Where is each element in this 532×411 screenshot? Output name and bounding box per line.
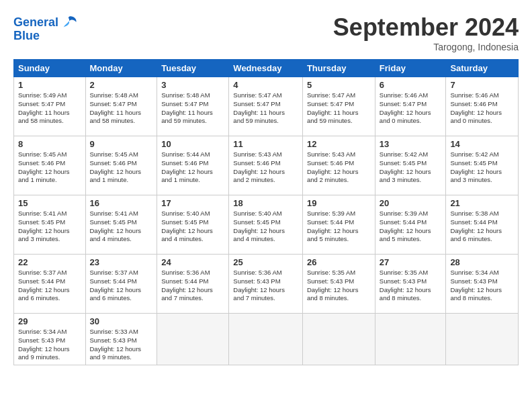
logo-text2: Blue <box>13 30 40 43</box>
calendar-cell: 21Sunrise: 5:38 AM Sunset: 5:44 PM Dayli… <box>446 195 519 255</box>
calendar-cell: 14Sunrise: 5:42 AM Sunset: 5:45 PM Dayli… <box>446 136 519 195</box>
day-info: Sunrise: 5:41 AM Sunset: 5:45 PM Dayligh… <box>90 210 153 244</box>
calendar-header-monday: Monday <box>85 60 157 77</box>
calendar-cell: 16Sunrise: 5:41 AM Sunset: 5:45 PM Dayli… <box>85 195 157 255</box>
day-info: Sunrise: 5:42 AM Sunset: 5:45 PM Dayligh… <box>450 150 514 185</box>
day-number: 8 <box>18 139 81 149</box>
calendar-header-thursday: Thursday <box>302 60 375 77</box>
day-info: Sunrise: 5:35 AM Sunset: 5:43 PM Dayligh… <box>380 269 442 303</box>
calendar-cell: 3Sunrise: 5:48 AM Sunset: 5:47 PM Daylig… <box>157 77 229 136</box>
calendar-cell <box>157 314 229 365</box>
calendar-cell: 12Sunrise: 5:43 AM Sunset: 5:46 PM Dayli… <box>302 136 375 195</box>
day-info: Sunrise: 5:35 AM Sunset: 5:43 PM Dayligh… <box>307 269 371 303</box>
day-info: Sunrise: 5:37 AM Sunset: 5:44 PM Dayligh… <box>18 269 81 303</box>
calendar-cell: 7Sunrise: 5:46 AM Sunset: 5:46 PM Daylig… <box>446 77 519 136</box>
calendar-header-tuesday: Tuesday <box>157 60 229 77</box>
logo: General Blue <box>13 13 79 43</box>
day-info: Sunrise: 5:46 AM Sunset: 5:46 PM Dayligh… <box>450 91 514 126</box>
calendar-header-sunday: Sunday <box>14 60 86 77</box>
calendar-cell: 26Sunrise: 5:35 AM Sunset: 5:43 PM Dayli… <box>302 255 375 314</box>
day-info: Sunrise: 5:39 AM Sunset: 5:44 PM Dayligh… <box>307 210 371 244</box>
day-number: 22 <box>18 257 81 267</box>
calendar-cell: 30Sunrise: 5:33 AM Sunset: 5:43 PM Dayli… <box>85 314 157 365</box>
calendar-header-row: SundayMondayTuesdayWednesdayThursdayFrid… <box>14 60 519 77</box>
day-number: 28 <box>450 257 514 267</box>
day-info: Sunrise: 5:41 AM Sunset: 5:45 PM Dayligh… <box>18 210 81 244</box>
day-number: 30 <box>90 316 153 326</box>
calendar-week-4: 22Sunrise: 5:37 AM Sunset: 5:44 PM Dayli… <box>14 255 519 314</box>
day-info: Sunrise: 5:45 AM Sunset: 5:46 PM Dayligh… <box>90 150 153 185</box>
day-info: Sunrise: 5:40 AM Sunset: 5:45 PM Dayligh… <box>233 210 298 244</box>
calendar-header-wednesday: Wednesday <box>229 60 303 77</box>
subtitle: Tarogong, Indonesia <box>333 42 519 52</box>
calendar-cell: 18Sunrise: 5:40 AM Sunset: 5:45 PM Dayli… <box>229 195 303 255</box>
calendar-week-2: 8Sunrise: 5:45 AM Sunset: 5:46 PM Daylig… <box>14 136 519 195</box>
day-info: Sunrise: 5:47 AM Sunset: 5:47 PM Dayligh… <box>307 91 371 126</box>
day-number: 5 <box>307 80 371 90</box>
day-info: Sunrise: 5:47 AM Sunset: 5:47 PM Dayligh… <box>233 91 298 126</box>
day-number: 25 <box>233 257 298 267</box>
day-info: Sunrise: 5:38 AM Sunset: 5:44 PM Dayligh… <box>450 210 514 244</box>
day-number: 27 <box>380 257 442 267</box>
day-number: 29 <box>18 316 81 326</box>
day-number: 15 <box>18 198 81 208</box>
logo-bird-icon <box>60 13 79 32</box>
calendar-body: 1Sunrise: 5:49 AM Sunset: 5:47 PM Daylig… <box>14 77 519 365</box>
day-info: Sunrise: 5:36 AM Sunset: 5:43 PM Dayligh… <box>233 269 298 303</box>
calendar-cell: 8Sunrise: 5:45 AM Sunset: 5:46 PM Daylig… <box>14 136 86 195</box>
day-number: 20 <box>380 198 442 208</box>
calendar-cell: 9Sunrise: 5:45 AM Sunset: 5:46 PM Daylig… <box>85 136 157 195</box>
calendar-cell <box>375 314 446 365</box>
calendar-cell: 15Sunrise: 5:41 AM Sunset: 5:45 PM Dayli… <box>14 195 86 255</box>
day-number: 17 <box>161 198 224 208</box>
day-number: 14 <box>450 139 514 149</box>
day-info: Sunrise: 5:37 AM Sunset: 5:44 PM Dayligh… <box>90 269 153 303</box>
day-number: 11 <box>233 139 298 149</box>
calendar-cell: 24Sunrise: 5:36 AM Sunset: 5:44 PM Dayli… <box>157 255 229 314</box>
calendar-cell: 22Sunrise: 5:37 AM Sunset: 5:44 PM Dayli… <box>14 255 86 314</box>
calendar-cell: 13Sunrise: 5:42 AM Sunset: 5:45 PM Dayli… <box>375 136 446 195</box>
day-number: 19 <box>307 198 371 208</box>
day-number: 13 <box>380 139 442 149</box>
day-info: Sunrise: 5:39 AM Sunset: 5:44 PM Dayligh… <box>380 210 442 244</box>
day-number: 10 <box>161 139 224 149</box>
day-number: 12 <box>307 139 371 149</box>
day-info: Sunrise: 5:42 AM Sunset: 5:45 PM Dayligh… <box>380 150 442 185</box>
calendar-cell: 23Sunrise: 5:37 AM Sunset: 5:44 PM Dayli… <box>85 255 157 314</box>
calendar-cell: 29Sunrise: 5:34 AM Sunset: 5:43 PM Dayli… <box>14 314 86 365</box>
calendar-week-3: 15Sunrise: 5:41 AM Sunset: 5:45 PM Dayli… <box>14 195 519 255</box>
calendar-cell: 19Sunrise: 5:39 AM Sunset: 5:44 PM Dayli… <box>302 195 375 255</box>
day-info: Sunrise: 5:48 AM Sunset: 5:47 PM Dayligh… <box>90 91 153 126</box>
calendar-cell: 28Sunrise: 5:34 AM Sunset: 5:43 PM Dayli… <box>446 255 519 314</box>
day-number: 26 <box>307 257 371 267</box>
calendar-cell: 25Sunrise: 5:36 AM Sunset: 5:43 PM Dayli… <box>229 255 303 314</box>
day-info: Sunrise: 5:34 AM Sunset: 5:43 PM Dayligh… <box>450 269 514 303</box>
calendar-cell: 27Sunrise: 5:35 AM Sunset: 5:43 PM Dayli… <box>375 255 446 314</box>
day-info: Sunrise: 5:45 AM Sunset: 5:46 PM Dayligh… <box>18 150 81 185</box>
day-info: Sunrise: 5:49 AM Sunset: 5:47 PM Dayligh… <box>18 91 81 126</box>
calendar-header-friday: Friday <box>375 60 446 77</box>
page: General Blue September 2024 Tarogong, In… <box>0 0 532 411</box>
day-info: Sunrise: 5:48 AM Sunset: 5:47 PM Dayligh… <box>161 91 224 126</box>
calendar-cell: 5Sunrise: 5:47 AM Sunset: 5:47 PM Daylig… <box>302 77 375 136</box>
day-info: Sunrise: 5:33 AM Sunset: 5:43 PM Dayligh… <box>90 328 153 362</box>
calendar-cell <box>229 314 303 365</box>
calendar-header-saturday: Saturday <box>446 60 519 77</box>
calendar-cell: 2Sunrise: 5:48 AM Sunset: 5:47 PM Daylig… <box>85 77 157 136</box>
day-number: 1 <box>18 80 81 90</box>
calendar-week-5: 29Sunrise: 5:34 AM Sunset: 5:43 PM Dayli… <box>14 314 519 365</box>
calendar-cell: 11Sunrise: 5:43 AM Sunset: 5:46 PM Dayli… <box>229 136 303 195</box>
calendar-cell: 4Sunrise: 5:47 AM Sunset: 5:47 PM Daylig… <box>229 77 303 136</box>
day-number: 23 <box>90 257 153 267</box>
calendar-table: SundayMondayTuesdayWednesdayThursdayFrid… <box>13 59 519 365</box>
calendar-cell: 20Sunrise: 5:39 AM Sunset: 5:44 PM Dayli… <box>375 195 446 255</box>
calendar-cell: 1Sunrise: 5:49 AM Sunset: 5:47 PM Daylig… <box>14 77 86 136</box>
day-number: 7 <box>450 80 514 90</box>
day-number: 6 <box>380 80 442 90</box>
day-info: Sunrise: 5:44 AM Sunset: 5:46 PM Dayligh… <box>161 150 224 185</box>
title-block: September 2024 Tarogong, Indonesia <box>333 13 519 52</box>
day-info: Sunrise: 5:46 AM Sunset: 5:47 PM Dayligh… <box>380 91 442 126</box>
day-number: 9 <box>90 139 153 149</box>
day-number: 16 <box>90 198 153 208</box>
day-info: Sunrise: 5:36 AM Sunset: 5:44 PM Dayligh… <box>161 269 224 303</box>
